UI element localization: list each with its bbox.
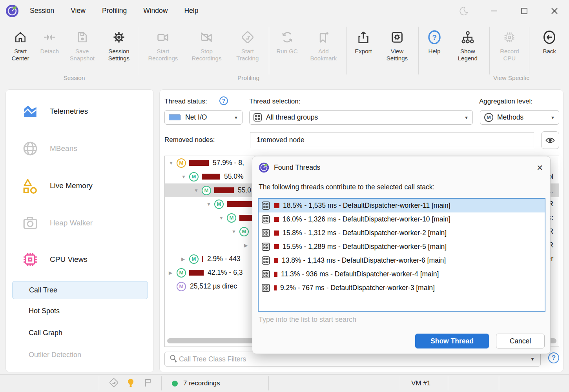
diamond-arrow-icon	[241, 28, 255, 46]
aggregation-level-dropdown[interactable]: M Methods ▼	[480, 110, 559, 125]
tracking-diamond-icon[interactable]	[109, 377, 119, 389]
record-cpu-button: Record CPU	[494, 25, 525, 62]
run-gc-button: Run GC	[274, 25, 301, 55]
expander-open-icon[interactable]: ▼	[181, 174, 188, 180]
view-help-icon[interactable]: ?	[548, 352, 559, 363]
sidebar-item-heap-walker: Heap Walker	[6, 214, 153, 232]
camera-icon	[22, 214, 39, 232]
group-label-profiling: Profiling	[237, 74, 259, 82]
help-button[interactable]: ? Help	[423, 25, 446, 55]
expander-closed-icon[interactable]: ▶	[169, 270, 175, 276]
back-button[interactable]: Back	[534, 25, 565, 55]
back-arrow-icon	[542, 28, 557, 46]
class-filter-input[interactable]	[179, 355, 529, 363]
menu-session[interactable]: Session	[30, 7, 54, 15]
menu-window[interactable]: Window	[143, 7, 168, 15]
toolbar-separator	[139, 27, 139, 74]
sidebar-item-cpu-views[interactable]: CPU Views	[6, 251, 153, 268]
maximize-button[interactable]	[515, 0, 533, 22]
menu-profiling[interactable]: Profiling	[102, 7, 127, 15]
start-center-button[interactable]: Start Center	[7, 25, 34, 62]
show-removed-nodes-button[interactable]	[541, 131, 559, 149]
method-badge: M	[189, 172, 199, 181]
sidebar-item-outlier-detection: Outlier Detection	[6, 351, 153, 359]
thread-list-item-selected[interactable]: 18.5% - 1,535 ms - DefaultDispatcher-wor…	[259, 199, 545, 212]
group-label-view-specific: View Specific	[493, 74, 529, 82]
flag-icon[interactable]	[143, 377, 153, 389]
eye-icon	[545, 135, 555, 145]
bookmark-plus-icon	[316, 28, 330, 46]
sidebar-item-live-memory[interactable]: Live Memory	[6, 177, 153, 194]
thread-selection-dropdown[interactable]: All thread groups ▼	[249, 110, 473, 125]
thread-list-item[interactable]: 13.8% - 1,143 ms - DefaultDispatcher-wor…	[259, 254, 545, 267]
thread-grid-icon	[262, 270, 270, 278]
sidebar-item-telemetries[interactable]: Telemetries	[6, 103, 153, 120]
sidebar-item-hot-spots[interactable]: Hot Spots	[6, 307, 153, 315]
cancel-button[interactable]: Cancel	[496, 334, 545, 348]
sidebar-item-call-graph[interactable]: Call Graph	[6, 329, 153, 337]
thread-grid-icon	[262, 256, 270, 265]
globe-icon	[22, 140, 39, 157]
telemetries-chart-icon	[22, 103, 39, 120]
method-badge: M	[227, 213, 236, 223]
show-legend-button[interactable]: Show Legend	[450, 25, 485, 62]
thread-group-grid-icon	[253, 113, 262, 122]
dropdown-arrow-icon: ▼	[234, 115, 238, 120]
minimize-button[interactable]	[485, 0, 503, 22]
filter-dropdown-arrow-icon[interactable]: ▼	[529, 356, 536, 362]
expander-closed-icon[interactable]: ▶	[244, 243, 250, 248]
recordings-status[interactable]: 7 recordings	[172, 375, 220, 392]
toolbar-separator	[418, 27, 419, 74]
dropdown-arrow-icon: ▼	[464, 115, 469, 120]
method-badge: M	[239, 227, 249, 236]
thread-status-label: Thread status:	[164, 98, 207, 105]
home-icon	[14, 28, 27, 46]
video-camera-icon	[156, 28, 170, 46]
aggregation-level-label: Aggregation level:	[479, 98, 533, 105]
video-camera-slash-icon	[199, 28, 213, 46]
found-threads-dialog: Found Threads ✕ The following threads co…	[252, 156, 551, 354]
expander-open-icon[interactable]: ▼	[232, 229, 238, 234]
thread-grid-icon	[262, 284, 270, 292]
detach-button: Detach	[38, 25, 61, 55]
thread-list-item[interactable]: 11.3% - 936 ms - DefaultDispatcher-worke…	[259, 267, 545, 281]
view-sidebar: Telemetries MBeans Live Memory	[5, 89, 154, 372]
removed-nodes-label: Removed nodes:	[164, 136, 215, 144]
dark-mode-moon-icon[interactable]	[454, 0, 472, 22]
gear-icon	[112, 28, 126, 46]
thread-status-dropdown[interactable]: Net I/O ▼	[164, 110, 243, 125]
save-snapshot-button: Save Snapshot	[65, 25, 99, 62]
removed-nodes-field[interactable]: 1 removed node	[250, 132, 534, 148]
expander-open-icon[interactable]: ▼	[219, 215, 225, 221]
menu-view[interactable]: View	[71, 7, 86, 15]
expander-open-icon[interactable]: ▼	[206, 201, 213, 207]
toolbar: Start Center Detach Save Snapshot	[0, 23, 569, 73]
thread-list-item[interactable]: 15.5% - 1,289 ms - DefaultDispatcher-wor…	[259, 240, 545, 254]
svg-text:?: ?	[432, 33, 437, 42]
thread-list-item[interactable]: 9.2% - 767 ms - DefaultDispatcher-worker…	[259, 281, 545, 295]
session-settings-button[interactable]: Session Settings	[103, 25, 135, 62]
methods-m-icon: M	[484, 113, 493, 122]
method-badge: M	[177, 158, 186, 168]
expander-open-icon[interactable]: ▼	[194, 188, 200, 193]
close-button[interactable]	[545, 0, 564, 22]
method-badge: M	[177, 268, 186, 278]
add-bookmark-button: Add Bookmark	[305, 25, 342, 62]
start-recordings-button: Start Recordings	[144, 25, 182, 62]
thread-list-item[interactable]: 15.8% - 1,312 ms - DefaultDispatcher-wor…	[259, 226, 545, 240]
lightbulb-icon[interactable]	[126, 377, 136, 389]
view-settings-button[interactable]: View Settings	[380, 25, 414, 62]
show-thread-button[interactable]: Show Thread	[415, 334, 489, 348]
title-bar: Session View Profiling Window Help	[0, 0, 569, 22]
dialog-close-icon[interactable]: ✕	[536, 164, 543, 172]
sidebar-item-call-tree[interactable]: Call Tree	[12, 281, 148, 299]
menu-help[interactable]: Help	[184, 7, 198, 15]
thread-list-item[interactable]: 16.0% - 1,326 ms - DefaultDispatcher-wor…	[259, 212, 545, 226]
found-threads-list: 18.5% - 1,535 ms - DefaultDispatcher-wor…	[258, 198, 545, 312]
method-badge: M	[202, 186, 211, 195]
toolbar-separator	[269, 27, 269, 74]
thread-status-help-icon[interactable]: ?	[219, 96, 228, 105]
expander-open-icon[interactable]: ▼	[169, 160, 175, 166]
expander-closed-icon[interactable]: ▶	[181, 256, 188, 262]
export-button[interactable]: Export	[351, 25, 376, 55]
